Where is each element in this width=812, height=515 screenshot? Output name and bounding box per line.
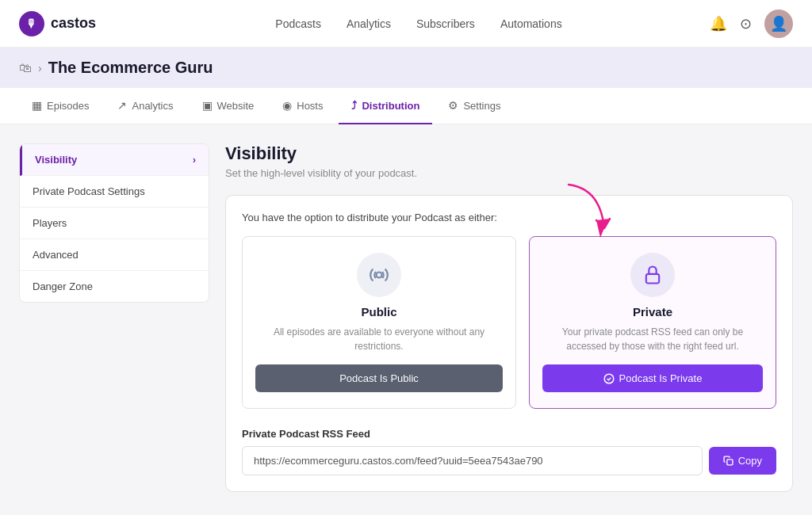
tab-episodes[interactable]: ▦ Episodes bbox=[19, 88, 102, 124]
chevron-icon: › bbox=[193, 154, 196, 166]
svg-rect-1 bbox=[646, 274, 659, 284]
copy-icon bbox=[723, 456, 733, 466]
sidebar-item-danger-zone[interactable]: Danger Zone bbox=[20, 271, 209, 302]
sidebar: Visibility › Private Podcast Settings Pl… bbox=[19, 143, 209, 497]
rss-input-row: Copy bbox=[242, 446, 776, 475]
public-option-title: Public bbox=[361, 305, 396, 319]
tab-website-label: Website bbox=[217, 100, 255, 112]
hosts-icon: ◉ bbox=[282, 99, 292, 112]
sidebar-players-label: Players bbox=[33, 217, 67, 229]
tab-settings[interactable]: ⚙ Settings bbox=[435, 88, 513, 124]
logo-icon: 🎙 bbox=[19, 11, 44, 36]
sidebar-advanced-label: Advanced bbox=[33, 249, 79, 261]
tab-analytics-label: Analytics bbox=[132, 100, 173, 112]
sidebar-item-visibility[interactable]: Visibility › bbox=[20, 144, 209, 176]
avatar[interactable]: 👤 bbox=[764, 10, 793, 38]
private-option-title: Private bbox=[633, 305, 672, 319]
website-icon: ▣ bbox=[202, 99, 213, 112]
tab-distribution[interactable]: ⤴ Distribution bbox=[339, 88, 432, 124]
rss-section: Private Podcast RSS Feed Copy bbox=[242, 428, 776, 475]
tab-analytics[interactable]: ↗ Analytics bbox=[105, 88, 186, 124]
breadcrumb-home-icon[interactable]: 🛍 bbox=[19, 61, 32, 75]
distribution-icon: ⤴ bbox=[351, 99, 357, 112]
tabs-bar: ▦ Episodes ↗ Analytics ▣ Website ◉ Hosts… bbox=[0, 88, 812, 124]
tab-website[interactable]: ▣ Website bbox=[190, 88, 267, 124]
visibility-card: You have the option to distribute your P… bbox=[225, 195, 793, 492]
breadcrumb-title: The Ecommerce Guru bbox=[48, 59, 213, 77]
nav-automations[interactable]: Automations bbox=[500, 17, 562, 30]
svg-point-0 bbox=[377, 273, 382, 278]
sidebar-item-private-settings[interactable]: Private Podcast Settings bbox=[20, 176, 209, 208]
main-nav: Podcasts Analytics Subscribers Automatio… bbox=[128, 17, 710, 30]
nav-analytics[interactable]: Analytics bbox=[347, 17, 391, 30]
private-option-desc: Your private podcast RSS feed can only b… bbox=[542, 325, 763, 353]
check-circle-icon bbox=[603, 373, 615, 384]
tab-distribution-label: Distribution bbox=[362, 100, 419, 112]
tab-hosts[interactable]: ◉ Hosts bbox=[270, 88, 335, 124]
breadcrumb: 🛍 › The Ecommerce Guru bbox=[0, 48, 812, 88]
settings-icon[interactable]: ⊙ bbox=[740, 15, 752, 32]
nav-podcasts[interactable]: Podcasts bbox=[275, 17, 321, 30]
svg-point-2 bbox=[604, 374, 614, 383]
private-button-label: Podcast Is Private bbox=[619, 372, 703, 384]
logo-text: castos bbox=[51, 15, 96, 32]
lock-icon bbox=[642, 264, 664, 286]
header-right: 🔔 ⊙ 👤 bbox=[710, 10, 793, 38]
analytics-icon: ↗ bbox=[117, 99, 127, 112]
sidebar-danger-zone-label: Danger Zone bbox=[33, 280, 93, 292]
episodes-icon: ▦ bbox=[32, 99, 42, 112]
sidebar-menu: Visibility › Private Podcast Settings Pl… bbox=[19, 143, 209, 303]
public-option-box[interactable]: Public All episodes are available to eve… bbox=[242, 236, 516, 409]
podcast-is-private-button[interactable]: Podcast Is Private bbox=[542, 364, 763, 392]
tab-episodes-label: Episodes bbox=[47, 100, 89, 112]
podcast-is-public-button[interactable]: Podcast Is Public bbox=[255, 364, 503, 392]
main-content: Visibility Set the high-level visiblity … bbox=[225, 143, 793, 497]
tab-settings-label: Settings bbox=[463, 100, 500, 112]
copy-button[interactable]: Copy bbox=[709, 447, 776, 475]
content: Visibility › Private Podcast Settings Pl… bbox=[0, 124, 812, 515]
sidebar-visibility-label: Visibility bbox=[35, 154, 77, 166]
page-title: Visibility bbox=[225, 143, 793, 164]
svg-rect-3 bbox=[727, 460, 733, 465]
sidebar-private-settings-label: Private Podcast Settings bbox=[33, 185, 145, 197]
settings-tab-icon: ⚙ bbox=[448, 99, 458, 112]
radio-waves-icon bbox=[368, 264, 390, 286]
private-option-box[interactable]: Private Your private podcast RSS feed ca… bbox=[529, 236, 776, 409]
page-subtitle: Set the high-level visiblity of your pod… bbox=[225, 167, 793, 179]
private-option-wrapper: Private Your private podcast RSS feed ca… bbox=[529, 236, 776, 409]
header: 🎙 castos Podcasts Analytics Subscribers … bbox=[0, 0, 812, 48]
copy-label: Copy bbox=[738, 455, 762, 467]
sidebar-item-players[interactable]: Players bbox=[20, 208, 209, 239]
public-option-desc: All episodes are available to everyone w… bbox=[255, 325, 503, 353]
bell-icon[interactable]: 🔔 bbox=[710, 15, 727, 32]
public-icon-container bbox=[357, 253, 401, 297]
logo[interactable]: 🎙 castos bbox=[19, 11, 96, 36]
nav-subscribers[interactable]: Subscribers bbox=[416, 17, 475, 30]
tab-hosts-label: Hosts bbox=[297, 100, 323, 112]
breadcrumb-separator: › bbox=[38, 62, 42, 74]
options-row: Public All episodes are available to eve… bbox=[242, 236, 776, 409]
card-description: You have the option to distribute your P… bbox=[242, 212, 776, 223]
private-icon-container bbox=[630, 253, 675, 297]
sidebar-item-advanced[interactable]: Advanced bbox=[20, 239, 209, 271]
rss-url-input[interactable] bbox=[242, 446, 703, 475]
rss-label: Private Podcast RSS Feed bbox=[242, 428, 776, 440]
